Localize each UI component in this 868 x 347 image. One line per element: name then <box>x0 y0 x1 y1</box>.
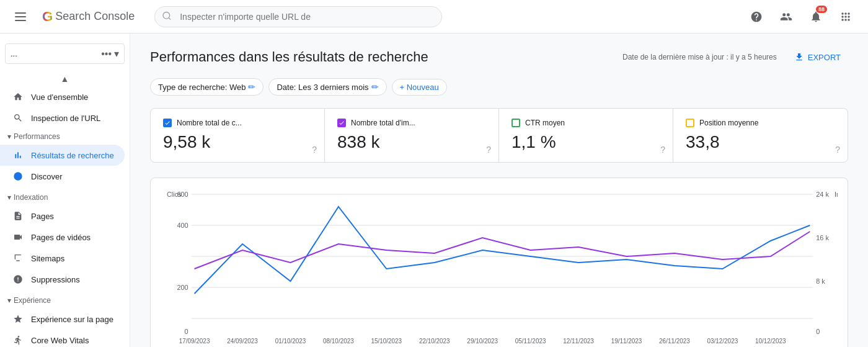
filter-label: Date: Les 3 derniers mois <box>277 83 368 92</box>
sidebar-item-label: Expérience sur la page <box>31 315 113 324</box>
indexation-section-header[interactable]: ▾ Indexation <box>0 189 130 205</box>
svg-text:05/11/2023: 05/11/2023 <box>515 338 546 345</box>
performance-chart: 600 400 200 0 Clics 24 k 16 k 8 k 0 Impr… <box>161 188 838 347</box>
sidebar-item-pages-videos[interactable]: Pages de vidéos <box>0 227 125 248</box>
section-label: Indexation <box>14 193 48 202</box>
stat-value-position: 33,8 <box>686 132 835 152</box>
sidebar-item-core-web-vitals[interactable]: Core Web Vitals <box>0 330 125 347</box>
sidebar-item-label: Suppressions <box>31 275 80 284</box>
circle-icon <box>12 171 24 182</box>
filter-type-recherche[interactable]: Type de recherche: Web ✏ <box>150 78 264 96</box>
stat-label-ctr: CTR moyen <box>525 119 565 127</box>
section-arrow-icon: ▾ <box>7 132 11 141</box>
search-icon <box>12 112 24 124</box>
stat-checkbox-clics <box>163 119 172 127</box>
export-label: EXPORT <box>808 53 841 62</box>
sidebar-item-vue-densemble[interactable]: Vue d'ensemble <box>0 86 125 107</box>
search-input[interactable] <box>154 6 441 27</box>
export-button[interactable]: EXPORT <box>787 48 848 66</box>
filter-date[interactable]: Date: Les 3 derniers mois ✏ <box>268 78 386 96</box>
stat-value-ctr: 1,1 % <box>512 132 660 152</box>
sidebar-item-label: Pages <box>31 212 54 221</box>
collapse-button[interactable]: ▲ <box>0 71 130 86</box>
sidebar-item-label: Inspection de l'URL <box>31 114 100 123</box>
layout: ... ••• ▾ ▲ Vue d'ensemble Inspection de… <box>0 34 868 347</box>
main-content: Performances dans les résultats de reche… <box>130 34 868 347</box>
svg-text:400: 400 <box>177 222 188 229</box>
header: G Search Console 88 <box>0 0 868 34</box>
sidebar-item-resultats-recherche[interactable]: Résultats de recherche <box>0 145 125 166</box>
sidebar-item-label: Discover <box>31 172 63 181</box>
sidebar-item-label: Vue d'ensemble <box>31 92 88 102</box>
svg-text:17/09/2023: 17/09/2023 <box>179 338 210 345</box>
help-icon-impressions[interactable]: ? <box>486 145 491 155</box>
sidebar-item-suppressions[interactable]: Suppressions <box>0 269 125 290</box>
stat-checkbox-impressions <box>337 119 346 127</box>
help-button[interactable] <box>744 4 769 29</box>
stat-card-position[interactable]: Position moyenne 33,8 ? <box>673 109 848 162</box>
hamburger-icon <box>15 9 30 24</box>
svg-text:24/09/2023: 24/09/2023 <box>227 338 258 345</box>
sidebar-item-pages[interactable]: Pages <box>0 205 125 227</box>
help-icon-ctr[interactable]: ? <box>660 145 665 155</box>
help-icon-clics[interactable]: ? <box>312 145 317 155</box>
search-bar <box>154 6 441 27</box>
stat-card-clics[interactable]: Nombre total de c... 9,58 k ? <box>151 109 325 162</box>
svg-text:29/10/2023: 29/10/2023 <box>467 338 498 345</box>
section-arrow-icon: ▾ <box>7 193 11 202</box>
edit-icon: ✏ <box>248 82 255 92</box>
app-name: Search Console <box>55 10 135 23</box>
sidebar-section-indexation: ▾ Indexation Pages Pages de vidéos Site <box>0 189 130 290</box>
chart-container: 600 400 200 0 Clics 24 k 16 k 8 k 0 Impr… <box>150 178 848 347</box>
apps-button[interactable] <box>833 4 858 29</box>
document-icon <box>12 210 24 222</box>
svg-text:15/10/2023: 15/10/2023 <box>371 338 402 345</box>
performances-section-header[interactable]: ▾ Performances <box>0 128 130 145</box>
stat-checkbox-ctr <box>512 119 520 127</box>
sidebar-item-inspection-url[interactable]: Inspection de l'URL <box>0 107 125 128</box>
notifications-button[interactable]: 88 <box>804 4 828 29</box>
stat-value-clics: 9,58 k <box>163 132 312 152</box>
speed-icon <box>12 335 24 346</box>
notification-badge: 88 <box>816 6 827 13</box>
stat-card-ctr[interactable]: CTR moyen 1,1 % ? <box>499 109 673 162</box>
svg-text:Impressions: Impressions <box>835 191 838 198</box>
sidebar-item-sitemaps[interactable]: Sitemaps <box>0 248 125 269</box>
more-icon: ••• <box>101 48 112 60</box>
home-icon <box>12 91 24 102</box>
page-title: Performances dans les résultats de reche… <box>150 49 428 65</box>
search-icon <box>162 11 172 22</box>
sidebar-item-experience-page[interactable]: Expérience sur la page <box>0 309 125 330</box>
stat-label-position: Position moyenne <box>699 119 758 127</box>
experience-section-header[interactable]: ▾ Expérience <box>0 292 130 309</box>
block-icon <box>12 274 24 285</box>
filters-bar: Type de recherche: Web ✏ Date: Les 3 der… <box>150 78 848 96</box>
last-update-text: Date de la dernière mise à jour : il y a… <box>622 53 777 61</box>
svg-text:10/12/2023: 10/12/2023 <box>755 338 786 345</box>
section-arrow-icon: ▾ <box>7 296 11 305</box>
page-header: Performances dans les résultats de reche… <box>150 48 848 66</box>
svg-text:Clics: Clics <box>167 191 182 198</box>
sidebar: ... ••• ▾ ▲ Vue d'ensemble Inspection de… <box>0 34 130 347</box>
help-icon-position[interactable]: ? <box>835 145 840 155</box>
section-label: Expérience <box>14 296 51 305</box>
menu-button[interactable] <box>10 4 35 29</box>
stat-value-impressions: 838 k <box>337 132 486 152</box>
svg-text:24 k: 24 k <box>816 191 829 198</box>
svg-text:19/11/2023: 19/11/2023 <box>611 338 642 345</box>
svg-text:0: 0 <box>185 328 188 335</box>
site-selector[interactable]: ... ••• ▾ <box>5 43 125 64</box>
stats-row: Nombre total de c... 9,58 k ? Nombre tot… <box>150 108 848 163</box>
new-filter-button[interactable]: + Nouveau <box>392 79 447 96</box>
sidebar-item-label: Pages de vidéos <box>31 233 91 242</box>
sidebar-item-discover[interactable]: Discover <box>0 166 125 187</box>
sidebar-item-label: Sitemaps <box>31 254 64 263</box>
logo-link[interactable]: G Search Console <box>42 9 135 25</box>
dropdown-arrow-icon: ▾ <box>114 48 119 60</box>
svg-point-2 <box>14 172 22 180</box>
accounts-button[interactable] <box>774 4 799 29</box>
svg-text:26/11/2023: 26/11/2023 <box>659 338 690 345</box>
filter-label: Type de recherche: Web <box>158 83 246 92</box>
stat-card-impressions[interactable]: Nombre total d'im... 838 k ? <box>325 109 499 162</box>
svg-text:0: 0 <box>816 328 820 335</box>
